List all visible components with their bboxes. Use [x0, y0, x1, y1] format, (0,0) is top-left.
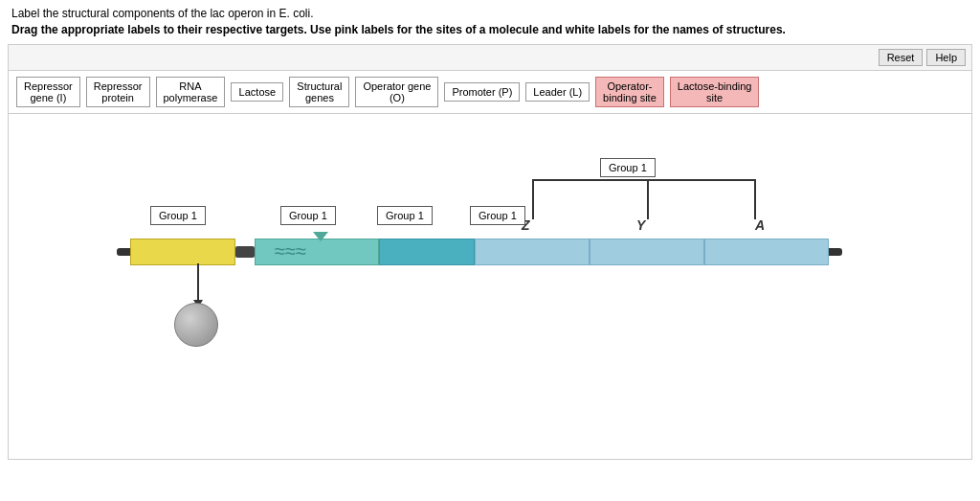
- diagram-area: ≈≈≈ Z Y A Group 1 Group 1 Group: [9, 114, 971, 459]
- toolbar: Reset Help: [9, 45, 971, 71]
- repressor-circle: [174, 303, 218, 347]
- gene-a-label: A: [755, 217, 765, 233]
- group1-bluegreen-label[interactable]: Group 1: [377, 206, 433, 225]
- label-repressor-protein[interactable]: Repressorprotein: [86, 77, 150, 107]
- group1-zya-label[interactable]: Group 1: [600, 158, 656, 177]
- z-segment: [475, 239, 590, 265]
- group1-lightblue-label[interactable]: Group 1: [470, 206, 525, 225]
- y-segment: [590, 239, 704, 265]
- teal-segment: ≈≈≈: [255, 239, 379, 265]
- group1-teal-label[interactable]: Group 1: [280, 206, 336, 225]
- reset-button[interactable]: Reset: [879, 49, 924, 66]
- instruction-line1: Label the structural components of the l…: [11, 6, 969, 22]
- group1-yellow-label[interactable]: Group 1: [150, 206, 206, 225]
- label-promoter-p[interactable]: Promoter (P): [444, 82, 520, 102]
- tree-vertical-z: [532, 179, 534, 219]
- label-repressor-gene[interactable]: Repressorgene (I): [16, 77, 80, 107]
- repressor-arrow: [197, 263, 199, 302]
- label-operator-gene[interactable]: Operator gene(O): [355, 77, 438, 107]
- label-operator-binding[interactable]: Operator-binding site: [595, 77, 664, 107]
- instruction-line2: Drag the appropriate labels to their res…: [11, 22, 969, 38]
- instructions: Label the structural components of the l…: [0, 0, 980, 40]
- label-leader-l[interactable]: Leader (L): [525, 82, 590, 102]
- labels-row: Repressorgene (I) Repressorprotein RNApo…: [9, 71, 971, 114]
- label-rna-polymerase[interactable]: RNApolymerase: [156, 77, 226, 107]
- yellow-segment: [130, 239, 235, 265]
- right-cap: [829, 248, 842, 256]
- a-segment: [704, 239, 829, 265]
- label-structural-genes[interactable]: Structuralgenes: [289, 77, 349, 107]
- tree-vertical-y: [647, 179, 649, 219]
- tree-horizontal: [532, 179, 754, 181]
- dark-connector: [235, 246, 255, 258]
- gene-y-label: Y: [636, 217, 645, 233]
- bluegreen-segment: [379, 239, 475, 265]
- label-lactose-binding[interactable]: Lactose-bindingsite: [670, 77, 760, 107]
- tree-vertical-a: [754, 179, 756, 219]
- label-lactose[interactable]: Lactose: [231, 82, 283, 102]
- help-button[interactable]: Help: [926, 49, 966, 66]
- left-cap: [117, 248, 130, 256]
- main-container: Reset Help Repressorgene (I) Repressorpr…: [8, 44, 972, 460]
